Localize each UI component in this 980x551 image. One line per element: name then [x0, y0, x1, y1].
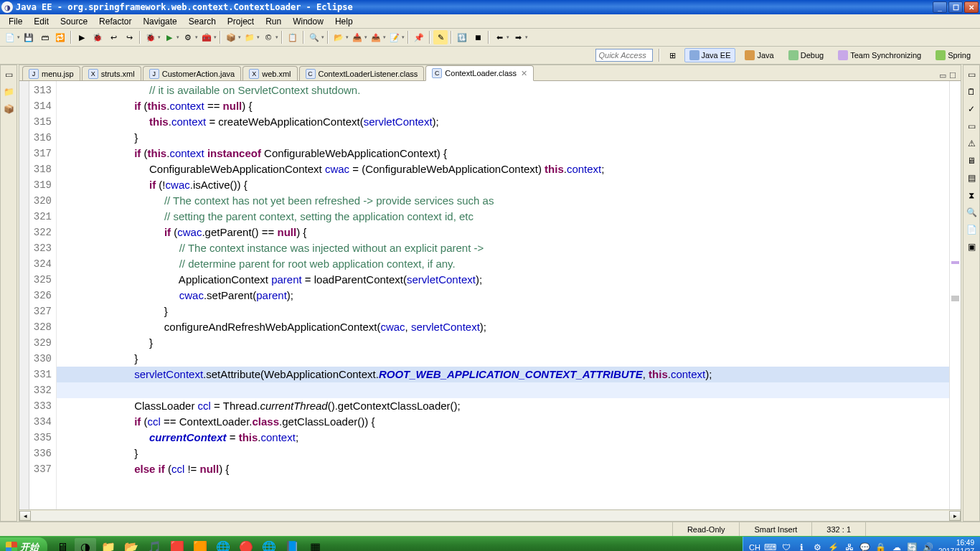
code-line[interactable]: servletContext.setAttribute(WebApplicati…: [57, 367, 949, 382]
problems-icon[interactable]: ⚠: [965, 137, 978, 150]
code-line[interactable]: ApplicationContext parent = loadParentCo…: [57, 272, 949, 288]
taskbar-app2-icon[interactable]: ▦: [304, 538, 326, 552]
search-icon[interactable]: 🔍: [307, 30, 321, 44]
servers-icon[interactable]: 🖥: [965, 154, 978, 167]
new-project-icon[interactable]: 📦: [224, 30, 238, 44]
code-line[interactable]: if (!cwac.isActive()) {: [57, 177, 949, 193]
taskbar-word-icon[interactable]: 📘: [281, 538, 303, 552]
code-line[interactable]: ConfigurableWebApplicationContext cwac =…: [57, 161, 949, 177]
tray-info-icon[interactable]: ℹ: [796, 542, 808, 552]
menu-file[interactable]: File: [3, 15, 28, 28]
line-number[interactable]: 331: [29, 367, 56, 382]
undo-icon[interactable]: ↩: [106, 30, 121, 44]
external-tools-icon[interactable]: 🧰: [199, 30, 214, 44]
maximize-button[interactable]: ☐: [948, 1, 963, 13]
code-line[interactable]: // it is available on ServletContext shu…: [57, 83, 949, 98]
code-line[interactable]: ClassLoader ccl = Thread.currentThread()…: [57, 398, 949, 414]
taskbar-app-icon[interactable]: 🟥: [166, 538, 188, 552]
open-type-icon[interactable]: 📋: [286, 30, 300, 44]
new-class-icon[interactable]: ©: [261, 30, 275, 44]
tab-contextloader[interactable]: CContextLoader.class✕: [425, 65, 534, 81]
taskbar-desktop-icon[interactable]: 🖥: [52, 538, 73, 552]
perspective-java-ee[interactable]: Java EE: [684, 48, 736, 62]
code-line[interactable]: if (cwac.getParent() == null) {: [57, 225, 949, 240]
tab-menu-jsp[interactable]: Jmenu.jsp: [22, 66, 80, 80]
taskbar-music-icon[interactable]: 🎵: [143, 538, 165, 552]
code-line[interactable]: // setting the parent context, setting t…: [57, 209, 949, 225]
tray-power-icon[interactable]: ⚡: [828, 542, 839, 552]
restore-view-icon[interactable]: ▭: [965, 68, 978, 81]
code-line[interactable]: }: [57, 351, 949, 367]
pin-icon[interactable]: 📌: [412, 30, 426, 44]
line-number[interactable]: 332: [29, 382, 56, 398]
dropdown-icon[interactable]: ▾: [257, 34, 260, 40]
tray-network-icon[interactable]: 🖧: [844, 542, 855, 552]
taskbar-browser-icon[interactable]: 🔴: [235, 538, 257, 552]
taskbar-wps-icon[interactable]: 🟧: [189, 538, 211, 552]
outline-icon[interactable]: 🗒: [965, 85, 978, 98]
tray-shield-icon[interactable]: 🛡: [781, 542, 792, 552]
code-line[interactable]: // The context instance was injected wit…: [57, 240, 949, 256]
code-line[interactable]: [57, 382, 949, 398]
menu-refactor[interactable]: Refactor: [93, 15, 137, 28]
menu-help[interactable]: Help: [329, 15, 359, 28]
tray-update-icon[interactable]: 🔄: [907, 542, 918, 552]
tray-msg-icon[interactable]: 💬: [859, 542, 871, 552]
taskbar-eclipse-icon[interactable]: ◑: [75, 538, 96, 552]
dropdown-icon[interactable]: ▾: [214, 34, 217, 40]
taskbar-chrome-icon[interactable]: 🌐: [212, 538, 234, 552]
overview-ruler[interactable]: [949, 81, 961, 509]
scroll-right-icon[interactable]: ▸: [949, 511, 961, 521]
dropdown-icon[interactable]: ▾: [176, 34, 179, 40]
export-icon[interactable]: 📤: [369, 30, 383, 44]
code-line[interactable]: currentContext = this.context;: [57, 430, 949, 446]
line-number[interactable]: 318: [29, 161, 56, 177]
open-perspective-icon[interactable]: ⊞: [666, 48, 680, 62]
dropdown-icon[interactable]: ▾: [346, 34, 349, 40]
project-explorer-icon[interactable]: 📁: [2, 85, 15, 98]
perspective-spring[interactable]: Spring: [930, 48, 976, 62]
new-icon[interactable]: 📄: [3, 30, 17, 44]
line-number[interactable]: 314: [29, 98, 56, 114]
start-button[interactable]: 开始: [0, 537, 47, 552]
run-icon[interactable]: ▶: [162, 30, 176, 44]
console-icon[interactable]: ▤: [965, 171, 978, 184]
new-package-icon[interactable]: 📁: [242, 30, 257, 44]
dropdown-icon[interactable]: ▾: [383, 34, 386, 40]
scroll-track[interactable]: [31, 511, 949, 521]
perspective-debug[interactable]: Debug: [783, 48, 829, 62]
menu-window[interactable]: Window: [287, 15, 329, 28]
code-line[interactable]: else if (ccl != null) {: [57, 461, 949, 477]
save-all-icon[interactable]: 🗃: [37, 30, 52, 44]
line-number[interactable]: 316: [29, 130, 56, 146]
line-number[interactable]: 319: [29, 177, 56, 193]
taskbar-folder-icon[interactable]: 📂: [121, 538, 142, 552]
maximize-editor-icon[interactable]: ☐: [949, 71, 956, 80]
taskbar-chrome2-icon[interactable]: 🌐: [258, 538, 280, 552]
line-number[interactable]: 321: [29, 209, 56, 225]
tray-security-icon[interactable]: 🔒: [875, 542, 887, 552]
restore-view-icon[interactable]: ▭: [965, 120, 978, 133]
line-number[interactable]: 327: [29, 303, 56, 319]
code-line[interactable]: }: [57, 446, 949, 461]
progress-icon[interactable]: ⧗: [965, 189, 978, 202]
line-number[interactable]: 315: [29, 114, 56, 130]
code-line[interactable]: // determine parent for root web applica…: [57, 256, 949, 272]
code-area[interactable]: // it is available on ServletContext shu…: [57, 81, 949, 509]
annotation-ruler[interactable]: [19, 81, 29, 509]
debug-icon[interactable]: 🐞: [143, 30, 158, 44]
line-number[interactable]: 313: [29, 83, 56, 98]
code-line[interactable]: // The context has not yet been refreshe…: [57, 193, 949, 209]
code-line[interactable]: cwac.setParent(parent);: [57, 288, 949, 303]
dropdown-icon[interactable]: ▾: [158, 34, 161, 40]
package-explorer-icon[interactable]: 📦: [2, 103, 15, 116]
dropdown-icon[interactable]: ▾: [238, 34, 241, 40]
stop-icon[interactable]: ⏹: [471, 30, 485, 44]
snippets-icon[interactable]: 📄: [965, 223, 978, 236]
close-button[interactable]: ✕: [964, 1, 979, 13]
task-icon[interactable]: 📝: [387, 30, 402, 44]
tab-struts-xml[interactable]: Xstruts.xml: [82, 66, 141, 80]
forward-icon[interactable]: ➡: [511, 30, 525, 44]
dropdown-icon[interactable]: ▾: [507, 34, 509, 40]
line-number[interactable]: 329: [29, 335, 56, 351]
